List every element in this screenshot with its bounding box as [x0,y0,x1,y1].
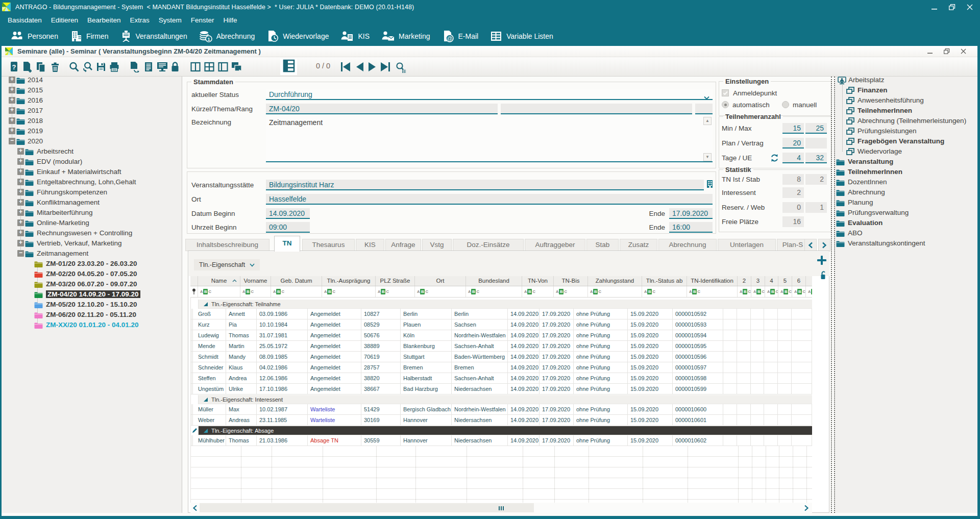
nav-first-icon[interactable] [340,62,351,72]
search-next-icon[interactable] [82,61,93,72]
search-records-icon[interactable] [395,62,406,72]
copy-icon[interactable] [36,61,47,72]
filter-cell[interactable]: ABC [522,286,554,297]
window-forward-icon[interactable] [231,61,242,72]
tree-item-2016[interactable]: +2016 [2,95,182,106]
tab-zusatz[interactable]: Zusatz [620,239,657,251]
collapse-icon[interactable]: − [17,250,24,257]
filter-cell[interactable]: ABC [271,286,322,297]
toolbar-abrechnung-button[interactable]: 1Abrechnung [199,30,255,42]
filter-cell[interactable]: ABC [738,286,751,297]
expand-icon[interactable]: + [17,158,24,165]
filter-cell[interactable]: ABC [765,286,778,297]
expand-icon[interactable]: + [9,107,15,114]
column-header-6[interactable]: 6 [792,276,806,286]
tree-item-vertrieb,[interactable]: +Vertrieb, Verkauf, Marketing [2,238,182,249]
column-header-geb-datum[interactable]: Geb. Datum [271,276,322,286]
expand-icon[interactable]: + [17,209,24,216]
tn-value-input[interactable]: 4 [782,153,804,163]
nav-next-icon[interactable] [368,62,379,72]
filter-cell[interactable]: ABC [376,286,415,297]
toolbar-marketing-button[interactable]: Marketing [381,30,430,42]
tab-doz-eins-tze[interactable]: Doz.-Einsätze [453,239,524,251]
tab-scroll-right[interactable] [818,239,830,251]
filter-cell[interactable]: ABC [554,286,588,297]
tn-value-input[interactable]: 20 [782,138,804,149]
filter-cell[interactable]: ABC [751,286,765,297]
tree-item-einkauf[interactable]: +Einkauf + Materialwirtschaft [2,167,182,177]
tree-item-zeitmanagement[interactable]: −Zeitmanagement [2,249,182,259]
minimize-button[interactable] [932,4,938,10]
tree-item-2018[interactable]: +2018 [2,116,182,126]
nav-prev-icon[interactable] [355,62,366,72]
group-row[interactable]: Tln.-Eigenschaft: Absage [191,426,812,435]
expand-icon[interactable]: + [17,240,24,246]
unlock-icon[interactable] [820,271,826,282]
doc-refresh-icon[interactable] [129,61,140,72]
workspace-item-frageb-gen-veranstaltung[interactable]: Fragebögen Veranstaltung [835,136,977,146]
toolbar-firmen-button[interactable]: Firmen [70,30,109,42]
scroll-up-button[interactable]: ▲ [703,117,712,125]
group-row[interactable]: Tln.-Eigenschaft: Interessent [191,395,812,404]
tab-scroll-left[interactable] [804,239,817,251]
thema-input[interactable] [501,104,692,114]
workspace-item-evaluation[interactable]: Evaluation [835,218,977,228]
workspace-item-pr-fungsverwaltung[interactable]: Prüfungsverwaltung [835,208,977,218]
scroll-right-icon[interactable] [804,504,809,513]
column-header-name[interactable]: Name [198,276,240,286]
toolbar-personen-button[interactable]: Personen [10,31,58,42]
participant-row[interactable]: MüllerMax10.02.1987Warteliste51429Bergis… [191,404,812,415]
tree-item-2017[interactable]: +2017 [2,106,182,116]
tree-item-2015[interactable]: +2015 [2,85,182,95]
screen-icon[interactable] [156,61,167,72]
child-close-button[interactable] [961,47,966,56]
scrollbar-thumb[interactable] [200,503,534,512]
tab-inhaltsbeschreibung[interactable]: Inhaltsbeschreibung [185,239,270,251]
panel-splitter[interactable] [831,77,835,513]
filter-cell[interactable]: ABC [198,286,240,297]
layout-split-icon[interactable] [190,61,201,72]
filter-cell[interactable]: ABC [778,286,792,297]
help-icon[interactable]: ? [9,61,20,72]
workspace-item-planung[interactable]: Planung [835,197,977,208]
tab-stab[interactable]: Stab [586,239,619,251]
tree-item-zm-05/20[interactable]: ZM-05/20 12.10.20 - 15.10.20 [2,300,182,310]
layout-sidebar-icon[interactable] [217,61,229,72]
toolbar-kis-button[interactable]: KIS [340,30,370,42]
participant-row[interactable]: SchmidtMandy08.09.1985Angemeldet70619Stu… [191,352,812,362]
menu-fenster[interactable]: Fenster [186,15,219,26]
expand-icon[interactable]: + [9,97,15,104]
horizontal-scrollbar[interactable] [190,503,812,513]
filter-cell[interactable]: ABC [240,286,271,297]
participant-row[interactable]: SteffenAndrea12.06.1986Angemeldet38820Ha… [191,373,812,384]
column-header-2[interactable]: 2 [738,276,751,286]
anmeldepunkt-checkbox[interactable] [722,89,729,96]
tree-item-entgeltabrechnung,[interactable]: +Entgeltabrechnung, Lohn,Gehalt [2,177,182,187]
participant-row[interactable]: GroßAnnett03.09.1986Angemeldet10827Berli… [191,309,812,319]
tn-value-input[interactable]: 15 [782,123,804,134]
scroll-left-icon[interactable] [192,504,198,513]
tree-item-online-marketing[interactable]: +Online-Marketing [2,218,182,228]
column-header-3[interactable]: 3 [751,276,765,286]
tree-item-2014[interactable]: +2014 [2,77,182,85]
toolbar-email-button[interactable]: @E-Mail [442,30,479,42]
rang-input[interactable] [695,104,713,114]
expand-icon[interactable]: + [9,117,15,124]
new-record-icon[interactable] [22,61,33,72]
column-header-vorname[interactable]: Vorname [240,276,271,286]
group-expanded-icon[interactable] [204,302,208,306]
participant-row[interactable]: SchneiderKlaus04.02.1986Angemeldet28757B… [191,362,812,373]
participant-row[interactable]: WeberAndreas23.11.1985Warteliste30169Han… [191,415,812,426]
tn-value-input[interactable] [805,138,827,149]
menu-hilfe[interactable]: Hilfe [218,15,241,26]
workspace-item-veranstaltung[interactable]: Veranstaltung [835,157,977,167]
tree-item-mitarbeiterführung[interactable]: +Mitarbeiterführung [2,208,182,218]
filter-cell[interactable]: ABC [322,286,376,297]
automatisch-radio[interactable] [722,101,729,108]
participant-row[interactable]: MühlhuberThomas21.03.1986Absage TN30559H… [191,435,812,446]
workspace-item-abo[interactable]: ABO [835,228,977,238]
building-icon[interactable] [706,180,713,190]
column-header-tn-identifikation[interactable]: TN-Identifikation [687,276,738,286]
expand-icon[interactable]: + [17,148,24,155]
tab-anfrage[interactable]: Anfrage [385,239,421,251]
